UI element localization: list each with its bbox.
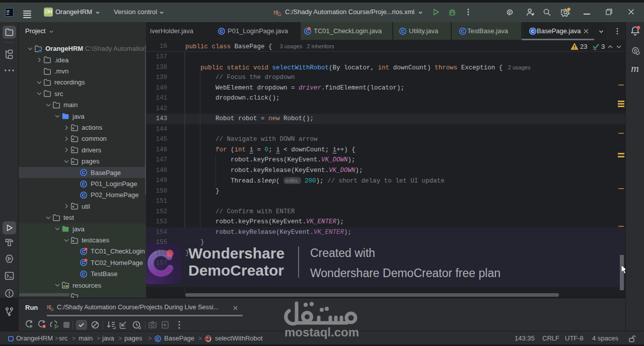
svg-text:C: C bbox=[82, 272, 86, 277]
svg-text:G: G bbox=[277, 12, 281, 17]
svg-text:C: C bbox=[156, 336, 159, 341]
svg-text:IJ: IJ bbox=[7, 10, 10, 13]
svg-text:C: C bbox=[82, 193, 86, 198]
svg-text:G: G bbox=[50, 307, 54, 312]
svg-text:mostaql.com: mostaql.com bbox=[284, 325, 359, 339]
svg-text:C: C bbox=[82, 182, 86, 187]
svg-text:C: C bbox=[82, 170, 86, 175]
